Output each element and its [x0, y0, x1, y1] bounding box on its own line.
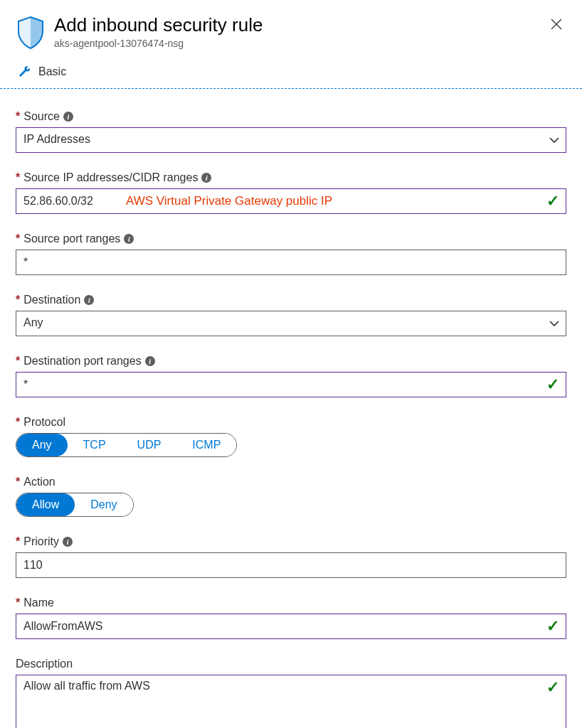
required-marker: *	[16, 171, 20, 184]
required-marker: *	[16, 294, 20, 306]
source-label: Source	[23, 110, 60, 123]
action-group: Allow Deny	[16, 493, 134, 517]
mode-toggle-basic[interactable]: Basic	[16, 64, 566, 80]
wrench-icon	[17, 64, 33, 80]
source-port-input[interactable]	[16, 250, 566, 275]
required-marker: *	[16, 535, 20, 548]
destination-label: Destination	[23, 294, 80, 306]
info-icon[interactable]: i	[145, 356, 155, 366]
protocol-option-udp[interactable]: UDP	[122, 434, 177, 456]
action-option-deny[interactable]: Deny	[75, 493, 132, 516]
required-marker: *	[16, 596, 20, 609]
dest-port-input[interactable]	[16, 372, 566, 397]
description-textarea[interactable]	[16, 675, 566, 728]
required-marker: *	[16, 110, 20, 123]
info-icon[interactable]: i	[63, 537, 73, 547]
source-port-label: Source port ranges	[23, 232, 120, 245]
protocol-option-icmp[interactable]: ICMP	[176, 434, 236, 456]
separator	[0, 88, 582, 89]
info-icon[interactable]: i	[124, 234, 134, 244]
dest-port-label: Destination port ranges	[23, 355, 141, 368]
close-icon	[550, 18, 563, 31]
info-icon[interactable]: i	[201, 173, 211, 183]
required-marker: *	[16, 232, 20, 245]
action-label: Action	[23, 476, 55, 488]
source-ip-label: Source IP addresses/CIDR ranges	[23, 171, 198, 184]
priority-input[interactable]	[16, 552, 566, 578]
protocol-group: Any TCP UDP ICMP	[16, 433, 237, 457]
info-icon[interactable]: i	[84, 295, 94, 305]
action-option-allow[interactable]: Allow	[16, 493, 75, 516]
basic-mode-label: Basic	[38, 65, 66, 78]
close-button[interactable]	[546, 14, 566, 34]
priority-label: Priority	[23, 535, 59, 548]
protocol-option-tcp[interactable]: TCP	[68, 434, 122, 456]
protocol-option-any[interactable]: Any	[16, 434, 68, 456]
required-marker: *	[16, 476, 20, 488]
page-title: Add inbound security rule	[54, 14, 566, 36]
name-label: Name	[23, 596, 54, 609]
name-input[interactable]	[16, 614, 566, 639]
destination-select[interactable]: Any	[16, 311, 566, 336]
required-marker: *	[16, 355, 20, 368]
protocol-label: Protocol	[23, 416, 65, 429]
info-icon[interactable]: i	[63, 112, 73, 122]
source-ip-input[interactable]	[16, 188, 566, 214]
resource-subtitle: aks-agentpool-13076474-nsg	[54, 38, 566, 49]
required-marker: *	[16, 416, 20, 429]
description-label: Description	[16, 658, 73, 670]
source-select[interactable]: IP Addresses	[16, 127, 566, 153]
shield-icon	[16, 16, 46, 50]
